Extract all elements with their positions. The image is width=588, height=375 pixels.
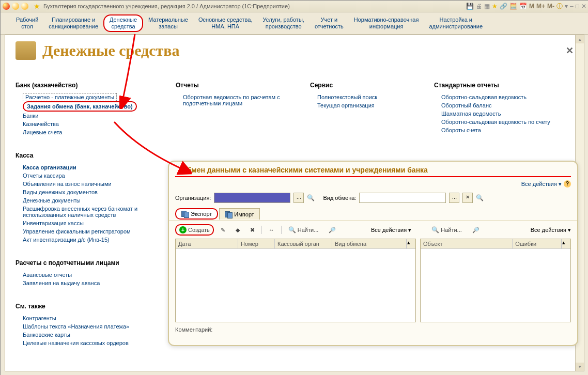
favorite-icon[interactable]: ★ (34, 2, 40, 10)
col-date[interactable]: Дата (176, 239, 238, 248)
menu-reference[interactable]: Нормативно-справочная информация (349, 14, 424, 32)
nav-back-icon[interactable] (12, 3, 19, 10)
grid-icon[interactable]: ▦ (484, 3, 490, 10)
grid-left[interactable]: Дата Номер Кассовый орган Вид обмена ▴ (175, 239, 416, 322)
link-fiscal[interactable]: Управление фискальным регистратором (23, 227, 155, 236)
org-select-button[interactable]: … (293, 193, 304, 203)
link-exchange-tasks[interactable]: Задания обмена (банк, казначейство) (23, 101, 137, 112)
edit-button[interactable]: ✎ (217, 225, 229, 235)
link-turnover-balance[interactable]: Оборотный баланс (441, 101, 574, 110)
link-current-org[interactable]: Текущая организация (317, 101, 413, 110)
link-cash-purposes[interactable]: Целевые назначения кассовых ордеров (23, 339, 155, 347)
help-icon[interactable]: ? (564, 180, 571, 187)
grid-left-scrollbar[interactable]: ▴ (407, 239, 415, 248)
section-sm-title: См. также (16, 303, 155, 310)
find2-clear-button[interactable]: 🔎 (469, 225, 483, 235)
all-actions-right[interactable]: Все действия ▾ (531, 227, 571, 233)
menu-planning[interactable]: Планирование и санкционирование (43, 14, 103, 32)
link-turnover[interactable]: Оборотная ведомость по расчетам с подотч… (183, 93, 289, 107)
link-banks[interactable]: Банки (23, 112, 155, 120)
grid-right[interactable]: Объект Ошибки ▴ (420, 239, 571, 322)
link-advance-reports[interactable]: Авансовые отчеты (23, 271, 155, 279)
org-search-icon[interactable]: 🔍 (307, 194, 315, 201)
comment-label: Комментарий: (169, 322, 577, 337)
link-org-cash[interactable]: Касса организации (23, 163, 155, 171)
link-accounts[interactable]: Лицевые счета (23, 128, 155, 136)
find-clear-button[interactable]: 🔎 (325, 225, 339, 235)
type-clear-button[interactable]: ✕ (462, 193, 473, 203)
tab-import[interactable]: Импорт (219, 208, 259, 220)
org-label: Организация: (175, 195, 211, 201)
link-cashier-reports[interactable]: Отчеты кассира (23, 171, 155, 180)
mark-button[interactable]: ◆ (232, 225, 243, 235)
find2-button[interactable]: 🔍Найти... (428, 225, 466, 235)
exchange-panel: Обмен данными с казначейскими системами … (168, 161, 578, 346)
link-cash-deposit[interactable]: Объявления на взнос наличными (23, 180, 155, 188)
link-account-turnover[interactable]: Обороты счета (441, 126, 574, 134)
org-input[interactable] (214, 193, 290, 203)
info-icon[interactable]: ⓘ (556, 2, 563, 11)
link-counterparties[interactable]: Контрагенты (23, 314, 155, 322)
m-plus-button[interactable]: M+ (536, 3, 545, 10)
nav-fwd-icon[interactable] (21, 3, 28, 10)
type-label: Вид обмена: (323, 195, 356, 201)
type-select-button[interactable]: … (449, 193, 459, 203)
coins-icon (16, 41, 36, 60)
link-fulltext[interactable]: Полнотекстовый поиск (317, 93, 413, 101)
panel-title: Обмен данными с казначейскими системами … (175, 162, 571, 177)
link-inv15[interactable]: Акт инвентаризации д/с (Инв-15) (23, 236, 155, 244)
link-atm-breakdown[interactable]: Расшифровка внесенных через банкомат и и… (23, 205, 155, 219)
page-title: Денежные средства (42, 42, 180, 59)
menu-services[interactable]: Услуги, работы, производство (258, 14, 310, 32)
link-payment-docs[interactable]: Расчетно - платежные документы (23, 93, 117, 101)
close-icon[interactable]: ✕ (581, 3, 586, 10)
link-cash-inventory[interactable]: Инвентаризация кассы (23, 219, 155, 227)
tab-export[interactable]: Экспорт (175, 208, 218, 220)
all-actions-left[interactable]: Все действия ▾ (371, 227, 411, 233)
m-minus-button[interactable]: M- (547, 3, 554, 10)
link-icon[interactable]: 🔗 (500, 3, 507, 10)
type-input[interactable] (359, 193, 446, 203)
col-number[interactable]: Номер (238, 239, 275, 248)
section-raschety-title: Расчеты с подотчетными лицами (16, 259, 155, 267)
link-bank-cards[interactable]: Банковские карты (23, 331, 155, 339)
main-menu: Рабочий стол Планирование и санкциониров… (1, 12, 588, 35)
create-button[interactable]: +Создать (175, 224, 214, 236)
find-button[interactable]: 🔍Найти... (285, 225, 322, 235)
minimize-icon[interactable]: – (570, 3, 574, 10)
col-errors[interactable]: Ошибки (513, 239, 562, 248)
menu-accounting[interactable]: Учет и отчетность (310, 14, 349, 32)
link-money-doc-types[interactable]: Виды денежных документов (23, 188, 155, 196)
link-osv[interactable]: Оборотно-сальдовая ведомость (441, 93, 574, 101)
logo-icon (3, 3, 10, 10)
link-money-docs[interactable]: Денежные документы (23, 196, 155, 205)
print-icon[interactable]: 🖨 (476, 3, 482, 10)
grid-right-scrollbar[interactable]: ▴ (562, 239, 570, 248)
col-object[interactable]: Объект (421, 239, 513, 248)
menu-materials[interactable]: Материальные запасы (143, 14, 193, 32)
col-exchange-type[interactable]: Вид обмена (332, 239, 407, 248)
link-chess[interactable]: Шахматная ведомость (441, 110, 574, 118)
link-templates[interactable]: Шаблоны текста «Назначения платежа» (23, 322, 155, 331)
close-page-icon[interactable]: ✕ (566, 45, 574, 56)
menu-desktop[interactable]: Рабочий стол (11, 14, 43, 32)
section-service-title: Сервис (310, 82, 413, 89)
calc-icon[interactable]: 🧮 (509, 3, 517, 10)
menu-admin[interactable]: Настройка и администрирование (424, 14, 488, 32)
link-treasuries[interactable]: Казначейства (23, 120, 155, 128)
link-osv-account[interactable]: Оборотно-сальдовая ведомость по счету (441, 118, 574, 126)
link-advance-apps[interactable]: Заявления на выдачу аванса (23, 279, 155, 287)
save-icon[interactable]: 💾 (466, 3, 474, 10)
menu-money[interactable]: Денежные средства (103, 14, 143, 32)
dropdown-icon[interactable]: ▾ (565, 3, 568, 10)
all-actions-top[interactable]: Все действия ▾ (521, 181, 562, 187)
star2-icon[interactable]: ★ (492, 3, 498, 10)
col-cash-organ[interactable]: Кассовый орган (275, 239, 332, 248)
delete-button[interactable]: ✖ (246, 225, 258, 235)
maximize-icon[interactable]: □ (576, 3, 579, 10)
m-button[interactable]: M (529, 3, 534, 10)
calendar-icon[interactable]: 📅 (519, 3, 527, 10)
refresh-button[interactable]: ↔ (265, 225, 278, 235)
menu-assets[interactable]: Основные средства, НМА, НПА (193, 14, 258, 32)
type-search-icon[interactable]: 🔍 (476, 194, 484, 201)
